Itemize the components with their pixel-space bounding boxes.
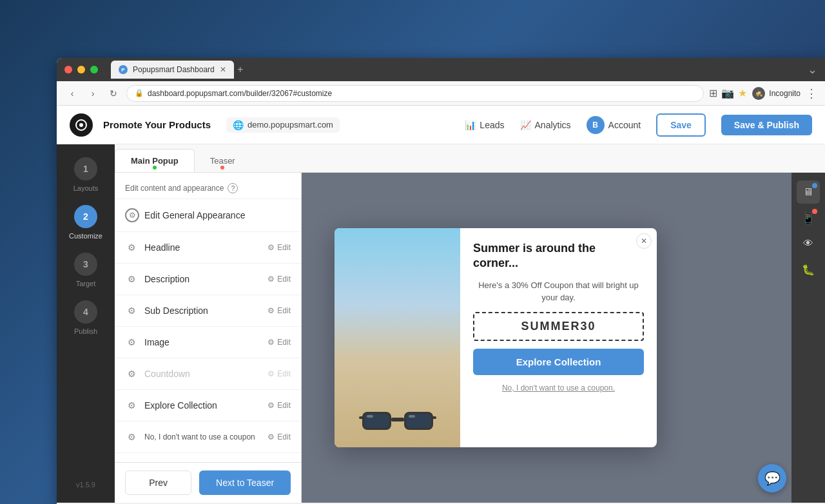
main-popup-dot <box>153 166 157 170</box>
countdown-edit-label: Edit <box>277 369 291 378</box>
browser-menu-icon[interactable]: ⊞ <box>709 87 717 99</box>
version-label: v1.5.9 <box>76 481 95 489</box>
popup-cta-button[interactable]: Explore Collection <box>473 349 644 375</box>
preview-button[interactable]: 👁 <box>797 232 820 255</box>
no-coupon-edit-area[interactable]: ⚙ Edit <box>267 432 291 441</box>
camera-icon[interactable]: 📷 <box>721 87 734 99</box>
sub-description-edit-area[interactable]: ⚙ Edit <box>267 306 291 315</box>
tab-main-popup[interactable]: Main Popup <box>115 149 195 172</box>
prev-button[interactable]: Prev <box>125 470 191 495</box>
popup-image <box>335 228 460 447</box>
url-text: dashboard.popupsmart.com/builder/32067#c… <box>148 89 332 98</box>
traffic-light-maximize[interactable] <box>90 66 98 73</box>
save-button[interactable]: Save <box>656 113 706 137</box>
headline-edit-icon: ⚙ <box>267 243 275 252</box>
no-coupon-label: No, I don't want to use a coupon <box>144 432 255 441</box>
editor-item-image[interactable]: ⚙ Image ⚙ Edit <box>115 327 301 358</box>
chat-icon: 💬 <box>764 470 781 486</box>
step-label-customize: Customize <box>69 232 102 240</box>
browser-more-icon[interactable]: ⋮ <box>806 86 817 101</box>
eye-icon: 👁 <box>803 238 813 249</box>
image-edit-area[interactable]: ⚙ Edit <box>267 338 291 347</box>
image-edit-icon: ⚙ <box>267 338 275 347</box>
traffic-light-minimize[interactable] <box>77 66 85 73</box>
popup-content: Summer is around the corner... Here's a … <box>460 228 657 447</box>
chat-button[interactable]: 💬 <box>758 464 786 492</box>
step-label-target: Target <box>76 280 96 287</box>
editor-footer: Prev Next to Teaser <box>115 462 301 503</box>
nav-analytics[interactable]: 📈 Analytics <box>520 120 571 130</box>
svg-point-1 <box>79 123 83 127</box>
address-bar[interactable]: 🔒 dashboard.popupsmart.com/builder/32067… <box>126 85 704 102</box>
popup-close-button[interactable]: ✕ <box>636 233 652 249</box>
tab-close-btn[interactable]: ✕ <box>220 65 226 74</box>
countdown-edit-area[interactable]: ⚙ Edit <box>267 369 291 378</box>
general-appearance-label: Edit General Appearance <box>144 210 245 220</box>
no-coupon-edit-icon: ⚙ <box>267 432 275 441</box>
sidebar-step-publish[interactable]: 4 Publish <box>74 300 97 335</box>
teaser-dot <box>220 166 224 170</box>
tab-teaser[interactable]: Teaser <box>195 149 251 172</box>
sidebar-step-customize[interactable]: 2 Customize <box>69 205 102 240</box>
step-circle-3: 3 <box>74 253 97 276</box>
forward-button[interactable]: › <box>85 86 101 101</box>
app-header: Promote Your Products 🌐 demo.popupsmart.… <box>57 106 825 144</box>
editor-item-explore-collection[interactable]: ⚙ Explore Collection ⚙ Edit <box>115 390 301 422</box>
explore-collection-edit-area[interactable]: ⚙ Edit <box>267 401 291 410</box>
image-label: Image <box>144 337 170 347</box>
desktop-view-button[interactable]: 🖥 <box>797 180 820 204</box>
popup-description: Here's a 30% Off Coupon that will bright… <box>473 279 644 304</box>
next-teaser-button[interactable]: Next to Teaser <box>199 470 291 495</box>
no-coupon-edit-label: Edit <box>277 432 291 441</box>
image-edit-label: Edit <box>277 338 291 347</box>
reload-button[interactable]: ↻ <box>106 86 121 101</box>
back-button[interactable]: ‹ <box>64 86 80 101</box>
star-icon[interactable]: ★ <box>738 87 747 99</box>
analytics-icon: 📈 <box>520 120 531 130</box>
editor-item-general-appearance[interactable]: ⚙ Edit General Appearance <box>115 199 301 232</box>
new-tab-button[interactable]: + <box>234 63 247 76</box>
site-url-area[interactable]: 🌐 demo.popupsmart.com <box>226 117 340 133</box>
account-label: Account <box>608 120 641 130</box>
headline-icon: ⚙ <box>125 241 138 254</box>
sub-description-icon: ⚙ <box>125 304 138 317</box>
explore-collection-edit-icon: ⚙ <box>267 401 275 410</box>
sidebar: 1 Layouts 2 Customize 3 Target 4 <box>57 144 115 503</box>
svg-rect-10 <box>431 416 436 419</box>
headline-edit-area[interactable]: ⚙ Edit <box>267 243 291 252</box>
editor-section-label: Edit content and appearance <box>125 184 224 193</box>
sub-description-edit-label: Edit <box>277 306 291 315</box>
mobile-view-button[interactable]: 📱 <box>797 206 820 229</box>
account-avatar: B <box>587 116 605 134</box>
right-toolbar: 🖥 📱 👁 🐛 <box>791 173 825 503</box>
description-edit-icon: ⚙ <box>267 275 275 284</box>
browser-tab[interactable]: P Popupsmart Dashboard ✕ <box>111 61 234 79</box>
editor-item-sub-description[interactable]: ⚙ Sub Description ⚙ Edit <box>115 295 301 327</box>
editor-item-headline[interactable]: ⚙ Headline ⚙ Edit <box>115 232 301 264</box>
svg-rect-4 <box>391 418 404 422</box>
app-body: 1 Layouts 2 Customize 3 Target 4 <box>57 144 825 503</box>
explore-collection-label: Explore Collection <box>144 400 217 411</box>
mobile-indicator <box>812 209 817 214</box>
help-icon[interactable]: ? <box>228 183 238 193</box>
popup-decline-link[interactable]: No, I don't want to use a coupon. <box>473 383 644 394</box>
popup-headline: Summer is around the corner... <box>473 241 644 271</box>
minimize-window-btn[interactable]: ⌄ <box>808 63 817 77</box>
editor-item-description[interactable]: ⚙ Description ⚙ Edit <box>115 264 301 295</box>
description-edit-area[interactable]: ⚙ Edit <box>267 275 291 284</box>
site-url: demo.popupsmart.com <box>248 120 333 130</box>
sidebar-step-layouts[interactable]: 1 Layouts <box>73 157 99 192</box>
traffic-light-close[interactable] <box>64 66 72 73</box>
editor-item-no-coupon[interactable]: ⚙ No, I don't want to use a coupon ⚙ Edi… <box>115 422 301 453</box>
editor-item-countdown[interactable]: ⚙ Countdown ⚙ Edit <box>115 358 301 390</box>
incognito-area: 🕵 Incognito <box>752 87 801 100</box>
debug-button[interactable]: 🐛 <box>797 258 820 281</box>
save-publish-button[interactable]: Save & Publish <box>721 115 812 135</box>
app-name: Promote Your Products <box>103 119 211 130</box>
incognito-icon: 🕵 <box>752 87 765 100</box>
nav-account[interactable]: B Account <box>587 116 641 134</box>
tab-favicon: P <box>119 65 128 74</box>
main-content: Main Popup Teaser Edit content and appea… <box>115 144 825 503</box>
sidebar-step-target[interactable]: 3 Target <box>74 253 97 287</box>
nav-leads[interactable]: 📊 Leads <box>465 120 504 130</box>
